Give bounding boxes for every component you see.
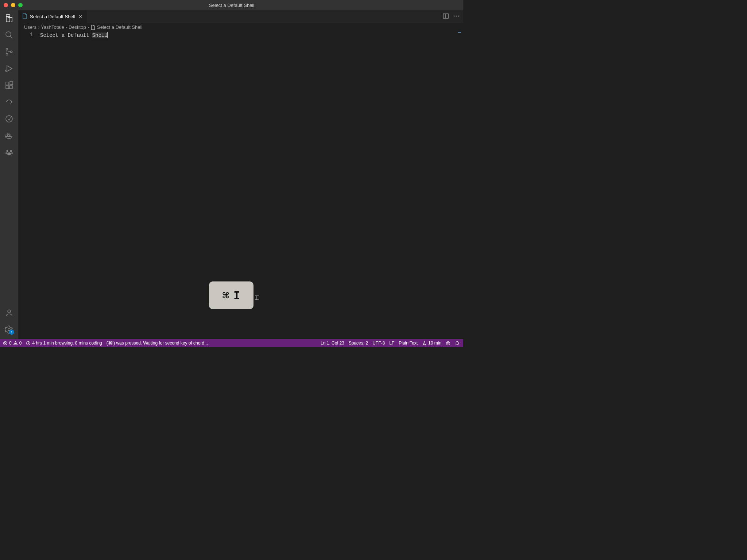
source-control-icon[interactable] [5, 47, 13, 56]
search-icon[interactable] [5, 31, 13, 39]
svg-point-24 [454, 15, 456, 16]
mouse-ibeam-cursor: ⌶ [255, 293, 259, 302]
tabs-row: Select a Default Shell × [18, 10, 463, 23]
share-icon[interactable] [5, 98, 13, 106]
status-feedback-icon[interactable] [446, 341, 450, 346]
status-bar: 0 0 4 hrs 1 min browsing, 8 mins coding … [0, 339, 463, 347]
breadcrumb-file[interactable]: Select a Default Shell [97, 24, 142, 30]
svg-point-34 [449, 342, 449, 343]
tab-select-default-shell[interactable]: Select a Default Shell × [18, 10, 87, 23]
editor-actions [443, 13, 463, 20]
settings-badge: 1 [9, 330, 14, 335]
breadcrumb-segment[interactable]: Users [24, 24, 36, 30]
file-icon [90, 24, 96, 30]
svg-point-26 [458, 15, 459, 16]
chevron-right-icon: › [38, 24, 39, 30]
svg-point-20 [8, 310, 11, 313]
activity-bar: 1 [0, 10, 18, 339]
keystroke-overlay: ⌘ I [209, 281, 253, 309]
window-title: Select a Default Shell [209, 3, 254, 8]
extensions-icon[interactable] [5, 81, 13, 90]
window-controls [0, 3, 23, 7]
svg-point-5 [5, 70, 7, 71]
minimize-window-button[interactable] [11, 3, 15, 7]
breadcrumb[interactable]: Users › YashTotale › Desktop › Select a … [18, 23, 463, 31]
svg-rect-14 [8, 133, 9, 135]
text-cursor [107, 32, 108, 38]
docker-icon[interactable] [5, 131, 13, 140]
highlighted-word: Shell [92, 32, 108, 38]
breadcrumb-segment[interactable]: YashTotale [41, 24, 64, 30]
svg-rect-7 [6, 86, 9, 89]
tab-label: Select a Default Shell [30, 14, 75, 19]
file-icon [22, 13, 28, 20]
svg-point-2 [6, 48, 8, 50]
close-window-button[interactable] [4, 3, 8, 7]
chevron-right-icon: › [88, 24, 89, 30]
split-editor-icon[interactable] [443, 13, 449, 20]
titlebar: Select a Default Shell [0, 0, 463, 10]
svg-rect-8 [9, 86, 12, 89]
error-count: 0 [9, 341, 12, 346]
key-cmd: ⌘ [222, 289, 229, 302]
status-language[interactable]: Plain Text [399, 341, 418, 346]
pets-icon[interactable] [5, 148, 13, 157]
svg-point-4 [11, 51, 12, 53]
svg-rect-9 [10, 82, 13, 85]
chevron-right-icon: › [66, 24, 67, 30]
key-i: I [233, 289, 240, 302]
status-session[interactable]: 10 min [422, 341, 441, 346]
svg-point-18 [11, 152, 13, 154]
svg-point-19 [7, 152, 11, 155]
settings-gear-icon[interactable]: 1 [5, 325, 13, 334]
svg-point-3 [6, 54, 8, 55]
status-chord-message: (⌘I) was pressed. Waiting for second key… [107, 341, 208, 346]
svg-rect-6 [6, 82, 9, 85]
code-line[interactable]: Select a Default Shell [40, 32, 108, 38]
svg-point-25 [456, 15, 457, 16]
warning-count: 0 [19, 341, 22, 346]
run-debug-icon[interactable] [5, 64, 13, 73]
svg-point-16 [10, 150, 12, 152]
explorer-icon[interactable] [5, 14, 13, 23]
svg-point-15 [7, 150, 8, 152]
accounts-icon[interactable] [5, 308, 13, 317]
more-actions-icon[interactable] [454, 13, 460, 20]
line-number: 1 [18, 32, 33, 38]
svg-point-10 [6, 116, 12, 122]
status-indentation[interactable]: Spaces: 2 [349, 341, 368, 346]
status-time-tracker[interactable]: 4 hrs 1 min browsing, 8 mins coding [26, 341, 102, 346]
svg-point-32 [446, 341, 450, 345]
svg-point-33 [447, 342, 448, 343]
close-tab-icon[interactable]: × [77, 14, 83, 20]
svg-point-17 [5, 152, 7, 154]
status-eol[interactable]: LF [389, 341, 394, 346]
maximize-window-button[interactable] [18, 3, 23, 7]
svg-point-0 [6, 32, 11, 37]
svg-line-1 [10, 36, 12, 38]
status-problems[interactable]: 0 0 [3, 341, 22, 346]
status-bell-icon[interactable] [455, 341, 460, 346]
live-share-icon[interactable] [5, 114, 13, 123]
status-cursor-position[interactable]: Ln 1, Col 23 [321, 341, 344, 346]
line-gutter: 1 [18, 31, 40, 339]
minimap[interactable] [458, 32, 462, 33]
minimap-region [458, 32, 461, 33]
breadcrumb-segment[interactable]: Desktop [69, 24, 86, 30]
status-encoding[interactable]: UTF-8 [372, 341, 385, 346]
